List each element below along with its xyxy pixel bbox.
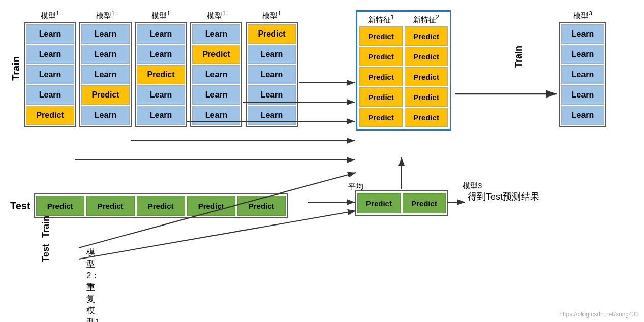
train-section: Train 模型1LearnLearnLearnLearnPredict模型1L… bbox=[10, 10, 298, 127]
cell-3-1: Learn bbox=[137, 24, 185, 44]
model3-cell-3: Learn bbox=[561, 65, 604, 84]
cell-3-4: Learn bbox=[137, 85, 185, 105]
cell-4-4: Learn bbox=[192, 85, 240, 105]
model-block-5: 模型1PredictLearnLearnLearnLearn bbox=[246, 10, 298, 127]
model-title-1: 模型1 bbox=[41, 10, 59, 21]
model-title-2: 模型1 bbox=[96, 10, 114, 21]
cell-5-4: Learn bbox=[248, 85, 296, 105]
nf2-cell-4: Predict bbox=[405, 87, 448, 107]
cell-4-2: Predict bbox=[192, 45, 240, 64]
nf2-cell-1: Predict bbox=[405, 26, 448, 46]
model3-title: 模型3 bbox=[573, 10, 592, 21]
result-text: 得到Test预测结果 bbox=[468, 190, 539, 203]
cell-1-2: Learn bbox=[26, 45, 74, 64]
cell-4-1: Learn bbox=[192, 24, 240, 44]
model-block-1: 模型1LearnLearnLearnLearnPredict bbox=[24, 10, 76, 127]
test-cell-4: Predict bbox=[187, 196, 235, 216]
test-nf-cell-1: Predict bbox=[357, 193, 401, 213]
model3-cell-5: Learn bbox=[561, 106, 604, 125]
test-cell-3: Predict bbox=[137, 196, 185, 216]
test-cell-2: Predict bbox=[86, 196, 135, 216]
model-title-3: 模型1 bbox=[151, 10, 170, 21]
cell-2-1: Learn bbox=[81, 24, 130, 44]
test-section: Test PredictPredictPredictPredictPredict bbox=[10, 193, 288, 218]
cell-col-4: LearnPredictLearnLearnLearn bbox=[190, 22, 242, 127]
result-main: 得到Test预测结果 bbox=[468, 190, 539, 203]
test-new-features: PredictPredict bbox=[355, 190, 448, 216]
nf1-cell-1: Predict bbox=[359, 26, 403, 46]
cell-4-5: Learn bbox=[192, 106, 240, 125]
cell-5-1: Predict bbox=[248, 24, 296, 44]
nf1-cell-3: Predict bbox=[359, 67, 403, 86]
cell-col-2: LearnLearnLearnPredictLearn bbox=[79, 22, 132, 127]
cell-col-1: LearnLearnLearnLearnPredict bbox=[24, 22, 76, 127]
train-arrow-label: Train bbox=[513, 46, 524, 68]
cell-2-5: Learn bbox=[81, 106, 130, 125]
model-title-4: 模型1 bbox=[207, 10, 225, 21]
cell-1-4: Learn bbox=[26, 85, 74, 105]
cell-col-3: LearnLearnPredictLearnLearn bbox=[135, 22, 187, 127]
model3-learn-col: LearnLearnLearnLearnLearn bbox=[559, 22, 606, 127]
new-features-titles: 新特征1 新特征2 bbox=[359, 14, 448, 25]
model-block-4: 模型1LearnPredictLearnLearnLearn bbox=[190, 10, 242, 127]
cell-4-3: Learn bbox=[192, 65, 240, 84]
cell-3-2: Learn bbox=[137, 45, 185, 64]
model3-cell-1: Learn bbox=[561, 24, 604, 44]
nf2-cell-3: Predict bbox=[405, 67, 448, 86]
model3-cell-4: Learn bbox=[561, 85, 604, 105]
cell-col-5: PredictLearnLearnLearnLearn bbox=[246, 22, 298, 127]
model-block-2: 模型1LearnLearnLearnPredictLearn bbox=[79, 10, 132, 127]
new-features-cols: PredictPredictPredictPredictPredict Pred… bbox=[359, 26, 448, 127]
new-features-box: 新特征1 新特征2 PredictPredictPredictPredictPr… bbox=[356, 10, 451, 131]
model3-cell-2: Learn bbox=[561, 45, 604, 64]
test-cells-row: PredictPredictPredictPredictPredict bbox=[34, 193, 288, 218]
cell-1-5: Predict bbox=[26, 106, 74, 125]
nf2-cell-5: Predict bbox=[405, 108, 448, 127]
cell-3-3: Predict bbox=[137, 65, 185, 84]
models-row: 模型1LearnLearnLearnLearnPredict模型1LearnLe… bbox=[24, 10, 298, 127]
nf1-cell-5: Predict bbox=[359, 108, 403, 127]
model3-result-label: 模型3 bbox=[463, 181, 482, 191]
nf1-cell-2: Predict bbox=[359, 47, 403, 66]
nf2-cell-2: Predict bbox=[405, 47, 448, 66]
cell-2-4: Predict bbox=[81, 85, 130, 105]
test-nf-cell-2: Predict bbox=[403, 193, 446, 213]
model3-train: 模型3 LearnLearnLearnLearnLearn bbox=[559, 10, 606, 127]
nf1-cell-4: Predict bbox=[359, 87, 403, 107]
cell-3-5: Learn bbox=[137, 106, 185, 125]
cell-5-3: Learn bbox=[248, 65, 296, 84]
new-feature2-title: 新特征2 bbox=[405, 14, 448, 25]
cell-2-3: Learn bbox=[81, 65, 130, 84]
train-arrow-area: Train bbox=[513, 46, 524, 68]
cell-1-1: Learn bbox=[26, 24, 74, 44]
cell-1-3: Learn bbox=[26, 65, 74, 84]
test-bottom-label: Test bbox=[41, 244, 51, 262]
test-cell-5: Predict bbox=[237, 196, 286, 216]
new-feature-col-2: PredictPredictPredictPredictPredict bbox=[405, 26, 448, 127]
new-feature1-title: 新特征1 bbox=[359, 14, 403, 25]
cell-5-5: Learn bbox=[248, 106, 296, 125]
test-label: Test bbox=[10, 200, 30, 212]
train-bottom-label: Train bbox=[41, 216, 51, 238]
test-cell-1: Predict bbox=[36, 196, 84, 216]
cell-2-2: Learn bbox=[81, 45, 130, 64]
model-block-3: 模型1LearnLearnPredictLearnLearn bbox=[135, 10, 187, 127]
new-feature-col-1: PredictPredictPredictPredictPredict bbox=[359, 26, 403, 127]
train-label: Train bbox=[10, 56, 22, 81]
watermark: https://blog.csdn.net/song430 bbox=[559, 311, 639, 318]
cell-5-2: Learn bbox=[248, 45, 296, 64]
model3-col: 模型3 LearnLearnLearnLearnLearn bbox=[559, 10, 606, 127]
model-title-5: 模型1 bbox=[262, 10, 281, 21]
bottom-note: 模型2：重复模型1过程 bbox=[86, 246, 100, 322]
